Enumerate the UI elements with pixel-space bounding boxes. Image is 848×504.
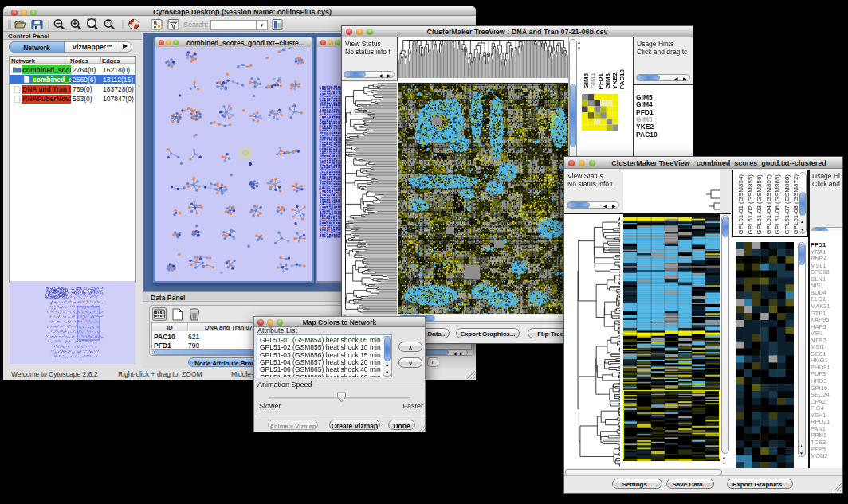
svg-text:1:1: 1:1 — [107, 22, 112, 26]
